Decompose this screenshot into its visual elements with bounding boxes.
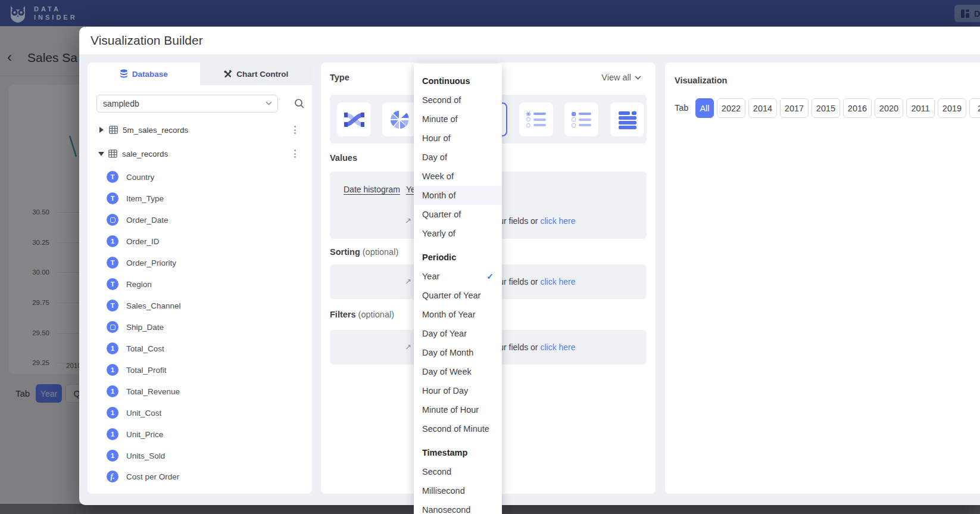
dropdown-item-month-of[interactable]: Month of <box>414 186 502 205</box>
dropdown-group-continuous: Continuous Second of Minute of Hour of D… <box>414 71 502 243</box>
chart-type-check-list[interactable] <box>564 102 598 136</box>
dropdown-item-minute-of-hour[interactable]: Minute of Hour <box>414 400 502 419</box>
dropdown-item-year[interactable]: Year ✓ <box>414 267 502 286</box>
app-logo[interactable]: DATA INSIDER <box>7 2 77 24</box>
field-row[interactable]: 1 Unit_Price <box>107 425 303 443</box>
chevron-down-icon[interactable] <box>266 101 272 105</box>
viz-tab-2020[interactable]: 2020 <box>875 98 903 118</box>
chevron-down-icon <box>635 76 641 80</box>
modal-title: Visualization Builder <box>90 33 203 48</box>
visualization-panel: Visualization Tab All 2022 2014 2017 201… <box>665 63 980 494</box>
table-row-5m-sales-records[interactable]: 5m_sales_records <box>99 121 302 139</box>
dropdown-item-day-of[interactable]: Day of <box>414 148 502 167</box>
field-row[interactable]: 1 Unit_Cost <box>107 404 303 422</box>
tab-row-label: Tab <box>675 103 688 113</box>
table-icon <box>108 149 117 158</box>
field-row[interactable]: 1 Total_Cost <box>107 339 303 357</box>
dropdown-item-day-of-month[interactable]: Day of Month <box>414 343 502 362</box>
tab-chart-control[interactable]: Chart Control <box>200 63 313 85</box>
viz-tab-all[interactable]: All <box>695 98 714 118</box>
viz-tab-2015[interactable]: 2015 <box>812 98 840 118</box>
sankey-chart-icon <box>344 111 364 128</box>
field-row[interactable]: T Sales_Channel <box>107 297 303 314</box>
dropdown-item-nanosecond[interactable]: Nanosecond <box>414 500 502 514</box>
date-field-icon <box>107 321 118 333</box>
top-navbar: DATA INSIDER D <box>0 0 980 26</box>
date-function-dropdown: Continuous Second of Minute of Hour of D… <box>414 64 502 514</box>
click-here-link[interactable]: click here <box>540 277 575 286</box>
field-row[interactable]: 1 Total_Profit <box>107 361 303 379</box>
view-all-button[interactable]: View all <box>601 73 641 82</box>
click-here-link[interactable]: click here <box>540 342 575 352</box>
check-icon: ✓ <box>486 272 494 281</box>
field-row[interactable]: T Order_Priority <box>107 254 303 272</box>
dropdown-item-week-of[interactable]: Week of <box>414 167 502 186</box>
viz-tab-2022[interactable]: 2022 <box>717 98 745 118</box>
table-chart-icon <box>619 111 636 128</box>
filters-section-label: Filters (optional) <box>330 310 394 319</box>
tab-database[interactable]: Database <box>88 63 200 85</box>
dropdown-item-hour-of-day[interactable]: Hour of Day <box>414 381 502 400</box>
field-row[interactable]: Order_Date <box>107 211 303 229</box>
number-field-icon: 1 <box>107 342 118 354</box>
chart-type-sankey[interactable] <box>337 102 371 136</box>
function-field-icon: f. <box>107 471 118 482</box>
dropdown-item-second-of[interactable]: Second of <box>414 91 502 110</box>
field-row[interactable]: T Region <box>107 275 303 293</box>
chart-type-table[interactable] <box>610 102 644 136</box>
dropdown-item-second[interactable]: Second <box>414 462 502 481</box>
dashboard-button[interactable]: D <box>954 5 980 22</box>
table-menu-kebab-icon[interactable] <box>290 148 299 159</box>
viz-tab-2014[interactable]: 2014 <box>748 98 777 118</box>
date-histogram-chip[interactable]: Date histogram <box>344 185 400 194</box>
database-search-row <box>96 95 303 113</box>
field-row[interactable]: 1 Total_Revenue <box>107 382 303 400</box>
owl-logo-icon <box>7 2 29 24</box>
visualization-title: Visualization <box>675 76 727 85</box>
field-row[interactable]: Ship_Date <box>107 318 303 336</box>
caret-down-icon[interactable] <box>98 152 104 156</box>
panel-tabs: Database Chart Control <box>88 63 312 85</box>
search-icon[interactable] <box>294 98 305 109</box>
click-here-link[interactable]: click here <box>540 216 575 226</box>
chart-type-pie[interactable] <box>382 102 416 136</box>
text-field-icon: T <box>107 192 118 204</box>
table-row-sale-records[interactable]: sale_records <box>99 145 302 163</box>
dropdown-item-month-of-year[interactable]: Month of Year <box>414 305 502 324</box>
dropdown-item-second-of-minute[interactable]: Second of Minute <box>414 419 502 438</box>
field-row[interactable]: f. Cost per Order <box>107 468 303 485</box>
chart-type-radio-list[interactable] <box>519 102 553 136</box>
viz-tab-2016[interactable]: 2016 <box>843 98 872 118</box>
dashboard-button-label: D <box>974 9 980 18</box>
dropdown-item-day-of-year[interactable]: Day of Year <box>414 324 502 343</box>
dropdown-header: Continuous <box>414 71 502 91</box>
dropdown-item-quarter-of-year[interactable]: Quarter of Year <box>414 286 502 305</box>
viz-tab-2011[interactable]: 2011 <box>906 98 935 118</box>
drag-drop-icon: ↗ <box>405 216 411 225</box>
field-row[interactable]: T Country <box>107 168 303 186</box>
values-section-label: Values <box>330 153 357 163</box>
dropdown-item-yearly-of[interactable]: Yearly of <box>414 224 502 243</box>
caret-right-icon[interactable] <box>99 127 104 133</box>
dropdown-item-minute-of[interactable]: Minute of <box>414 110 502 129</box>
tab-chart-control-label: Chart Control <box>236 70 288 79</box>
dropdown-header: Periodic <box>414 248 502 267</box>
view-all-label: View all <box>601 73 631 82</box>
logo-text: DATA INSIDER <box>34 5 77 21</box>
number-field-icon: 1 <box>107 385 118 397</box>
database-select-input[interactable] <box>96 95 278 113</box>
viz-tab-partial[interactable]: 2 <box>969 98 980 118</box>
dropdown-item-millisecond[interactable]: Millisecond <box>414 481 502 500</box>
dropdown-item-hour-of[interactable]: Hour of <box>414 129 502 148</box>
table-menu-kebab-icon[interactable] <box>290 124 299 135</box>
pie-chart-icon <box>390 110 409 129</box>
viz-tab-2017[interactable]: 2017 <box>780 98 809 118</box>
dropdown-item-quarter-of[interactable]: Quarter of <box>414 205 502 224</box>
modal-header: Visualization Builder <box>79 27 980 54</box>
field-row[interactable]: 1 Units_Sold <box>107 447 303 465</box>
field-row[interactable]: T Item_Type <box>107 189 303 207</box>
field-row[interactable]: 1 Order_ID <box>107 232 303 250</box>
type-section-label: Type <box>330 73 349 82</box>
dropdown-item-day-of-week[interactable]: Day of Week <box>414 362 502 381</box>
viz-tab-2019[interactable]: 2019 <box>938 98 966 118</box>
